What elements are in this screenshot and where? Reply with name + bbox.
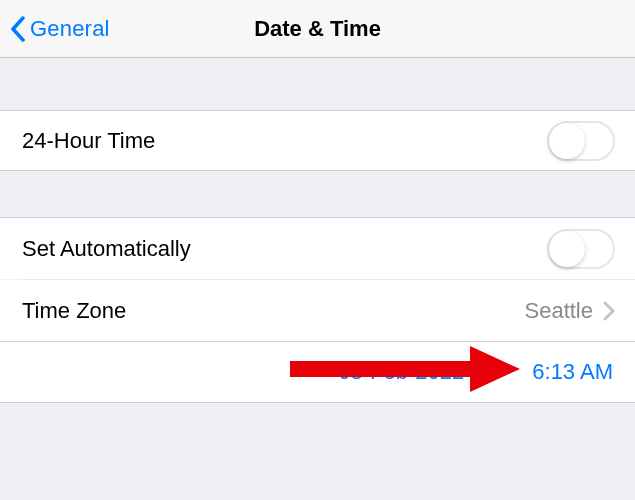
chevron-right-icon — [603, 301, 615, 321]
back-button[interactable]: General — [0, 16, 110, 42]
date-value[interactable]: 08-Feb-2022 — [338, 359, 464, 385]
time-zone-value: Seattle — [525, 298, 594, 324]
section-spacer — [0, 58, 635, 110]
back-label: General — [30, 16, 110, 42]
section-auto-timezone: Set Automatically Time Zone Seattle — [0, 217, 635, 342]
row-24-hour-time[interactable]: 24-Hour Time — [0, 110, 635, 171]
section-spacer — [0, 171, 635, 217]
row-set-automatically[interactable]: Set Automatically — [0, 218, 635, 279]
navbar: General Date & Time — [0, 0, 635, 58]
time-value[interactable]: 6:13 AM — [532, 359, 613, 385]
row-label: Time Zone — [22, 298, 126, 324]
toggle-24-hour-time[interactable] — [547, 121, 615, 161]
row-label: 24-Hour Time — [22, 128, 155, 154]
row-time-zone[interactable]: Time Zone Seattle — [0, 280, 635, 341]
toggle-set-automatically[interactable] — [547, 229, 615, 269]
page-title: Date & Time — [254, 16, 381, 42]
row-label: Set Automatically — [22, 236, 191, 262]
row-date-time[interactable]: 08-Feb-2022 6:13 AM — [0, 342, 635, 403]
chevron-left-icon — [10, 16, 26, 42]
row-value-container: Seattle — [525, 298, 616, 324]
